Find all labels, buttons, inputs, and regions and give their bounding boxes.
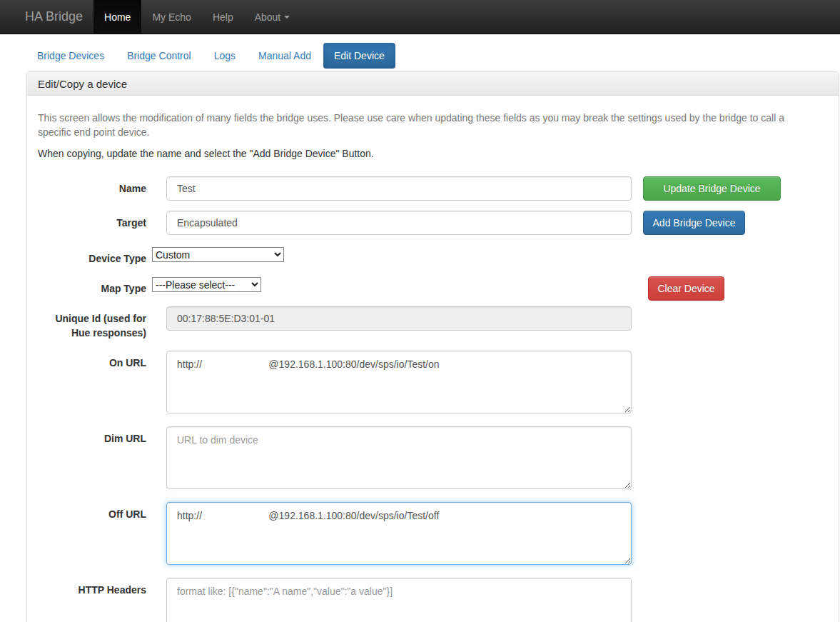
brand-label: HA Bridge [25, 9, 83, 24]
panel-title: Edit/Copy a device [27, 72, 839, 96]
copy-instruction-text: When copying, update the name and select… [38, 146, 828, 161]
navbar-menu: Home My Echo Help About [93, 0, 300, 34]
target-input[interactable] [166, 211, 632, 235]
on-url-textarea[interactable] [166, 351, 632, 413]
nav-item-help-label: Help [213, 11, 233, 23]
nav-item-help[interactable]: Help [202, 0, 244, 34]
nav-item-about[interactable]: About [244, 0, 301, 34]
nav-item-home-label: Home [104, 11, 131, 23]
http-headers-row: HTTP Headers [38, 578, 828, 622]
off-url-row: Off URL [38, 502, 828, 565]
tab-bridge-control[interactable]: Bridge Control [116, 43, 202, 69]
off-url-label: Off URL [38, 502, 146, 521]
nav-item-about-label: About [255, 11, 281, 23]
device-type-row: Device Type Custom [38, 246, 828, 266]
tab-logs[interactable]: Logs [203, 43, 246, 69]
edit-device-panel: Edit/Copy a device This screen allows th… [26, 71, 839, 622]
unique-id-row: Unique Id (used for Hue responses) [38, 306, 828, 340]
http-headers-textarea[interactable] [166, 578, 632, 622]
on-url-label: On URL [38, 351, 146, 370]
on-url-row: On URL [38, 351, 828, 413]
target-label: Target [38, 211, 146, 230]
chevron-down-icon [284, 16, 290, 19]
device-type-select[interactable]: Custom [152, 247, 284, 262]
device-form: Name Update Bridge Device Target Add Bri… [38, 176, 828, 622]
unique-id-label: Unique Id (used for Hue responses) [38, 306, 146, 340]
http-headers-label: HTTP Headers [38, 578, 146, 597]
tab-manual-add[interactable]: Manual Add [248, 43, 322, 69]
clear-device-button[interactable]: Clear Device [648, 276, 724, 301]
top-navbar: HA Bridge Home My Echo Help About [0, 0, 840, 34]
section-tabs: Bridge Devices Bridge Control Logs Manua… [26, 43, 840, 69]
name-input[interactable] [166, 176, 632, 201]
device-type-label: Device Type [38, 246, 146, 266]
unique-id-input [166, 306, 632, 331]
map-type-label: Map Type [38, 276, 146, 296]
tab-bridge-devices[interactable]: Bridge Devices [26, 43, 115, 69]
name-row: Name Update Bridge Device [38, 176, 828, 201]
dim-url-textarea[interactable] [166, 426, 632, 489]
panel-body: This screen allows the modification of m… [27, 96, 839, 622]
off-url-textarea[interactable] [166, 502, 632, 565]
name-label: Name [38, 176, 146, 196]
map-type-select[interactable]: ---Please select--- [152, 277, 261, 292]
dim-url-label: Dim URL [38, 426, 146, 446]
nav-item-my-echo-label: My Echo [152, 11, 191, 23]
nav-item-my-echo[interactable]: My Echo [141, 0, 201, 34]
dim-url-row: Dim URL [38, 426, 828, 489]
target-row: Target Add Bridge Device [38, 211, 828, 235]
intro-text: This screen allows the modification of m… [38, 111, 816, 139]
update-bridge-device-button[interactable]: Update Bridge Device [643, 176, 781, 201]
nav-item-home[interactable]: Home [93, 0, 141, 34]
brand-ha-bridge[interactable]: HA Bridge [14, 0, 93, 34]
map-type-row: Map Type ---Please select--- Clear Devic… [38, 276, 828, 296]
tab-edit-device[interactable]: Edit Device [323, 43, 395, 69]
add-bridge-device-button[interactable]: Add Bridge Device [643, 211, 745, 235]
